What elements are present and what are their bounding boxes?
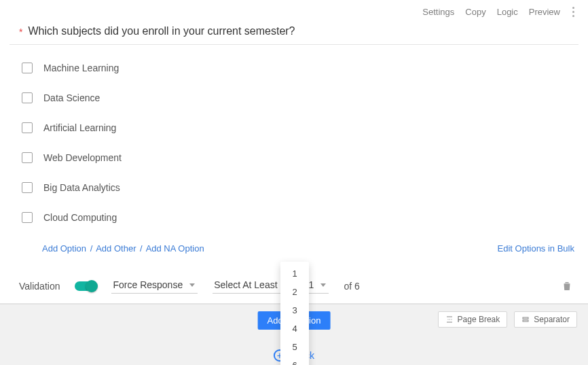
copy-link[interactable]: Copy xyxy=(465,7,485,17)
validation-toggle[interactable] xyxy=(75,281,96,291)
option-row[interactable]: Data Science xyxy=(22,88,578,107)
separator-text: / xyxy=(139,243,144,254)
page-break-button[interactable]: Page Break xyxy=(438,311,508,328)
option-row[interactable]: Artificial Learning xyxy=(22,118,578,137)
required-star-icon: * xyxy=(19,27,22,37)
validation-label: Validation xyxy=(19,281,60,292)
add-other-link[interactable]: Add Other xyxy=(96,243,136,254)
dropdown-item[interactable]: 1 xyxy=(280,264,309,283)
svg-rect-1 xyxy=(523,320,528,321)
option-label[interactable]: Big Data Analytics xyxy=(43,182,120,193)
validation-mode-select[interactable]: Force Response xyxy=(111,278,198,294)
dropdown-item[interactable]: 4 xyxy=(280,319,309,338)
option-row[interactable]: Machine Learning xyxy=(22,58,578,77)
validation-count-value: 1 xyxy=(309,279,314,290)
question-header: * Which subjects did you enroll in your … xyxy=(10,21,578,45)
validation-count-select[interactable]: 1 xyxy=(308,278,329,294)
svg-rect-0 xyxy=(523,317,528,319)
delete-question-button[interactable] xyxy=(561,280,573,292)
dropdown-item[interactable]: 6 xyxy=(280,356,309,365)
add-na-option-link[interactable]: Add NA Option xyxy=(146,243,204,254)
preview-link[interactable]: Preview xyxy=(529,7,560,17)
validation-mode-value: Force Response xyxy=(113,279,183,290)
validation-rule-value: Select At Least xyxy=(214,279,277,290)
option-row[interactable]: Big Data Analytics xyxy=(22,178,578,197)
logic-link[interactable]: Logic xyxy=(497,7,518,17)
separator-icon xyxy=(521,315,530,324)
checkbox-icon[interactable] xyxy=(22,212,33,223)
checkbox-icon[interactable] xyxy=(22,182,33,193)
settings-link[interactable]: Settings xyxy=(422,7,454,17)
option-label[interactable]: Data Science xyxy=(43,92,100,103)
edit-options-bulk-link[interactable]: Edit Options in Bulk xyxy=(498,243,574,254)
checkbox-icon[interactable] xyxy=(22,92,33,103)
more-menu-icon[interactable] xyxy=(571,7,576,17)
add-option-link[interactable]: Add Option xyxy=(42,243,86,254)
checkbox-icon[interactable] xyxy=(22,152,33,163)
chevron-down-icon xyxy=(320,283,326,287)
question-text[interactable]: Which subjects did you enroll in your cu… xyxy=(28,25,295,37)
dropdown-item[interactable]: 5 xyxy=(280,338,309,356)
option-label[interactable]: Web Development xyxy=(43,152,122,163)
options-list: Machine Learning Data Science Artificial… xyxy=(0,45,588,243)
checkbox-icon[interactable] xyxy=(22,63,33,73)
option-label[interactable]: Machine Learning xyxy=(43,63,119,73)
separator-button[interactable]: Separator xyxy=(514,311,577,328)
option-row[interactable]: Cloud Computing xyxy=(22,208,578,227)
separator-text: / xyxy=(89,243,94,254)
validation-count-dropdown[interactable]: 1 2 3 4 5 6 xyxy=(280,262,309,365)
option-label[interactable]: Artificial Learning xyxy=(43,122,116,133)
separator-label: Separator xyxy=(534,315,570,324)
checkbox-icon[interactable] xyxy=(22,122,33,133)
page-break-icon xyxy=(445,315,454,324)
page-break-label: Page Break xyxy=(458,315,500,324)
dropdown-item[interactable]: 2 xyxy=(280,283,309,301)
option-label[interactable]: Cloud Computing xyxy=(43,212,117,223)
option-row[interactable]: Web Development xyxy=(22,148,578,167)
dropdown-item[interactable]: 3 xyxy=(280,301,309,319)
validation-of-label: of 6 xyxy=(344,281,359,292)
chevron-down-icon xyxy=(189,283,195,287)
